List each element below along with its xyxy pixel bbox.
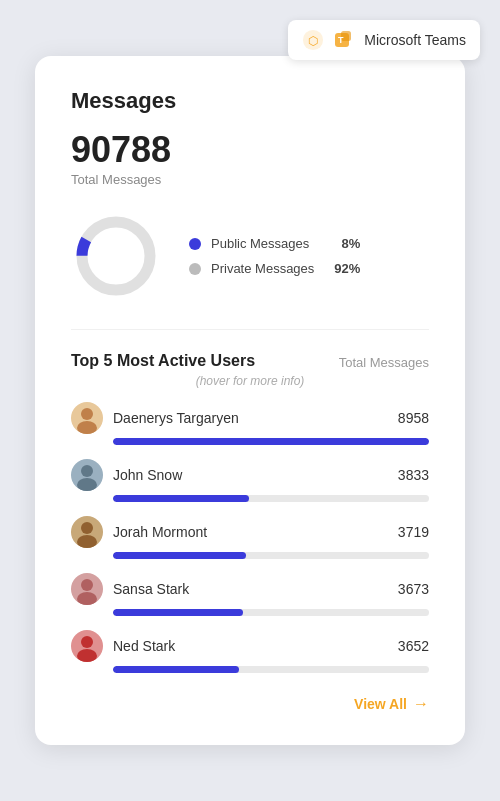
svg-point-14 [77,592,97,605]
svg-point-13 [81,579,93,591]
ms-teams-label: Microsoft Teams [364,32,466,48]
legend-label-private: Private Messages [211,261,314,276]
avatar [71,459,103,491]
legend-pct-public: 8% [324,236,360,251]
page-wrapper: ⬡ T Microsoft Teams Messages 90788 Total… [0,0,500,801]
bar-fill [113,495,249,502]
legend-item-public: Public Messages 8% [189,236,360,251]
user-name: John Snow [113,467,388,483]
bar-fill [113,666,239,673]
avatar [71,573,103,605]
legend-dot-public [189,238,201,250]
table-row: Daenerys Targaryen 8958 [71,402,429,445]
bar-container [113,552,429,559]
svg-text:⬡: ⬡ [308,34,318,48]
svg-point-7 [81,408,93,420]
divider [71,329,429,330]
donut-chart [71,211,161,301]
user-info: John Snow 3833 [71,459,429,491]
legend-dot-private [189,263,201,275]
svg-point-8 [77,421,97,434]
total-messages-number: 90788 [71,132,429,168]
view-all-arrow-icon[interactable]: → [413,695,429,713]
bar-fill [113,438,429,445]
total-messages-label: Total Messages [71,172,429,187]
svg-point-12 [77,535,97,548]
ms-teams-logo-icon: T [332,28,356,52]
bar-container [113,438,429,445]
table-row: Sansa Stark 3673 [71,573,429,616]
avatar [71,516,103,548]
ms-teams-icon: ⬡ [302,29,324,51]
svg-point-15 [81,636,93,648]
legend-pct-private: 92% [324,261,360,276]
section-header: Top 5 Most Active Users Total Messages [71,352,429,370]
svg-point-16 [77,649,97,662]
svg-point-11 [81,522,93,534]
legend-label-public: Public Messages [211,236,314,251]
legend-item-private: Private Messages 92% [189,261,360,276]
user-count: 3719 [398,524,429,540]
ms-teams-badge: ⬡ T Microsoft Teams [288,20,480,60]
user-list: Daenerys Targaryen 8958 John Snow 3833 [71,402,429,673]
user-count: 3673 [398,581,429,597]
section-sub: Total Messages [339,355,429,370]
user-name: Ned Stark [113,638,388,654]
bar-container [113,609,429,616]
table-row: Ned Stark 3652 [71,630,429,673]
user-info: Sansa Stark 3673 [71,573,429,605]
svg-point-5 [82,222,150,290]
user-name: Daenerys Targaryen [113,410,388,426]
user-count: 8958 [398,410,429,426]
main-card: Messages 90788 Total Messages Public Mes… [35,56,465,745]
table-row: Jorah Mormont 3719 [71,516,429,559]
user-count: 3652 [398,638,429,654]
avatar [71,402,103,434]
user-name: Jorah Mormont [113,524,388,540]
section-title: Top 5 Most Active Users [71,352,255,370]
hover-hint: (hover for more info) [71,374,429,388]
bar-fill [113,552,246,559]
view-all[interactable]: View All → [71,695,429,713]
user-name: Sansa Stark [113,581,388,597]
avatar [71,630,103,662]
bar-container [113,666,429,673]
svg-point-9 [81,465,93,477]
user-count: 3833 [398,467,429,483]
svg-text:T: T [338,35,344,45]
legend: Public Messages 8% Private Messages 92% [189,236,360,276]
svg-point-10 [77,478,97,491]
card-title: Messages [71,88,429,114]
user-info: Daenerys Targaryen 8958 [71,402,429,434]
view-all-label[interactable]: View All [354,696,407,712]
chart-section: Public Messages 8% Private Messages 92% [71,211,429,301]
bar-fill [113,609,243,616]
user-info: Jorah Mormont 3719 [71,516,429,548]
bar-container [113,495,429,502]
table-row: John Snow 3833 [71,459,429,502]
user-info: Ned Stark 3652 [71,630,429,662]
